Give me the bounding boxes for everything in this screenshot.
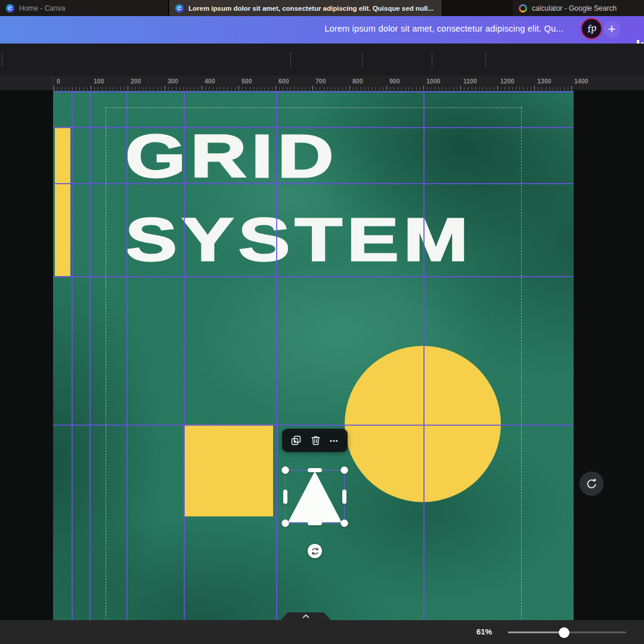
zoom-slider-knob[interactable]	[559, 627, 569, 638]
ruler-major-tick	[349, 86, 350, 90]
vertical-guide[interactable]	[72, 91, 73, 620]
ruler-tick-label: 1000	[426, 78, 440, 85]
tab-home-canva[interactable]: C Home - Canva	[0, 0, 169, 16]
selection-box[interactable]	[285, 470, 345, 524]
add-member-button[interactable]: +	[603, 21, 620, 38]
zoom-percentage: 61%	[476, 627, 492, 636]
toolbar-divider	[2, 52, 2, 67]
ruler-major-tick	[534, 86, 535, 90]
ruler-major-tick	[386, 86, 387, 90]
toolbar-divider	[485, 52, 486, 67]
document-title[interactable]: Lorem ipsum dolor sit amet, consectetur …	[324, 24, 564, 33]
horizontal-guide[interactable]	[53, 183, 574, 184]
design-canvas[interactable]: GRID SYSTEM	[53, 91, 574, 620]
ruler-tick-label: 300	[168, 78, 178, 85]
ruler-major-tick	[239, 86, 239, 90]
tab-label: Lorem ipsum dolor sit amet, consectetur …	[188, 5, 434, 12]
toolbar-divider	[362, 52, 363, 67]
ruler-major-tick	[460, 86, 461, 90]
chevron-up-icon	[302, 614, 309, 618]
rotate-handle[interactable]	[308, 544, 322, 558]
tab-label: Home - Canva	[19, 4, 65, 13]
margin-dashed-line-right	[521, 107, 522, 619]
ruler-tick-label: 100	[94, 78, 104, 85]
horizontal-guide[interactable]	[53, 276, 574, 277]
rotate-icon	[311, 547, 320, 556]
ruler-major-tick	[165, 86, 165, 90]
google-favicon	[519, 4, 527, 13]
canva-favicon: C	[6, 4, 14, 13]
ruler-tick-label: 700	[315, 78, 326, 85]
resize-handle-bottom-left[interactable]	[281, 519, 289, 527]
horizontal-ruler[interactable]: 0100200300400500600700800900100011001200…	[0, 76, 644, 91]
resize-handle-top[interactable]	[308, 468, 322, 472]
vertical-guide[interactable]	[276, 91, 277, 620]
margin-dashed-line-left	[106, 107, 106, 619]
delete-button[interactable]	[311, 435, 321, 445]
ruler-major-tick	[275, 86, 276, 90]
tab-canva-document[interactable]: C Lorem ipsum dolor sit amet, consectetu…	[169, 0, 442, 16]
ruler-scale: 0100200300400500600700800900100011001200…	[0, 76, 644, 90]
vertical-guide[interactable]	[184, 91, 185, 620]
poster-headline-text[interactable]: GRID SYSTEM	[125, 114, 473, 281]
ruler-tick-label: 600	[278, 78, 289, 85]
duplicate-button[interactable]	[291, 435, 301, 445]
ruler-tick-label: 500	[242, 78, 252, 85]
editor-stage: GRID SYSTEM	[0, 91, 644, 620]
resize-handle-left[interactable]	[283, 490, 287, 504]
toolbar-divider	[290, 52, 291, 67]
canva-header-bar: Lorem ipsum dolor sit amet, consectetur …	[0, 16, 644, 44]
horizontal-guide[interactable]	[53, 127, 574, 128]
margin-dashed-line-top	[106, 107, 522, 108]
ruler-tick-label: 1400	[574, 78, 588, 85]
ruler-tick-label: 1300	[537, 78, 551, 85]
vertical-guide[interactable]	[89, 91, 91, 620]
resize-handle-right[interactable]	[342, 490, 346, 504]
zoom-slider-fill	[508, 631, 564, 633]
resize-handle-bottom[interactable]	[308, 521, 322, 525]
vertical-guide[interactable]	[423, 91, 425, 620]
resize-handle-top-left[interactable]	[281, 466, 289, 474]
ruler-tick-label: 900	[389, 78, 400, 85]
expand-panel-button[interactable]	[281, 612, 331, 620]
yellow-bar-shape[interactable]	[55, 127, 70, 276]
ruler-major-tick	[54, 86, 54, 90]
browser-tab-bar: C Home - Canva C Lorem ipsum dolor sit a…	[0, 0, 644, 16]
yellow-square-shape[interactable]	[184, 425, 273, 516]
ruler-major-tick	[202, 86, 202, 90]
poster-line-2: SYSTEM	[125, 198, 473, 281]
ruler-major-tick	[312, 86, 313, 90]
ruler-tick-label: 200	[131, 78, 141, 85]
element-context-toolbar: •••	[282, 429, 348, 452]
ruler-tick-label: 800	[352, 78, 363, 85]
tab-google-search[interactable]: calculator - Google Search	[513, 0, 644, 16]
refresh-plus-icon	[585, 477, 598, 490]
ruler-tick-label: 0	[57, 78, 60, 85]
tab-label: calculator - Google Search	[532, 4, 617, 13]
horizontal-guide[interactable]	[53, 425, 574, 426]
ruler-major-tick	[91, 86, 91, 90]
ruler-tick-label: 400	[205, 78, 215, 85]
editor-toolbar: Roboto − 27 + A B I U aA	[0, 44, 644, 76]
resize-handle-bottom-right[interactable]	[340, 519, 348, 527]
vertical-guide[interactable]	[126, 91, 128, 620]
ruler-major-tick	[571, 86, 572, 90]
ruler-tick-label: 1100	[463, 78, 477, 85]
ruler-tick-label: 1200	[500, 78, 514, 85]
ruler-major-tick	[128, 86, 128, 90]
assistant-button[interactable]	[580, 472, 603, 496]
avatar[interactable]: fp	[581, 18, 602, 39]
yellow-circle-shape[interactable]	[345, 346, 501, 502]
ruler-major-tick	[497, 86, 498, 90]
canva-favicon: C	[175, 4, 184, 13]
toolbar-divider	[432, 52, 432, 67]
horizontal-guide[interactable]	[53, 91, 574, 92]
more-options-button[interactable]: •••	[330, 437, 339, 444]
ruler-major-tick	[423, 86, 424, 90]
resize-handle-top-right[interactable]	[340, 466, 348, 474]
